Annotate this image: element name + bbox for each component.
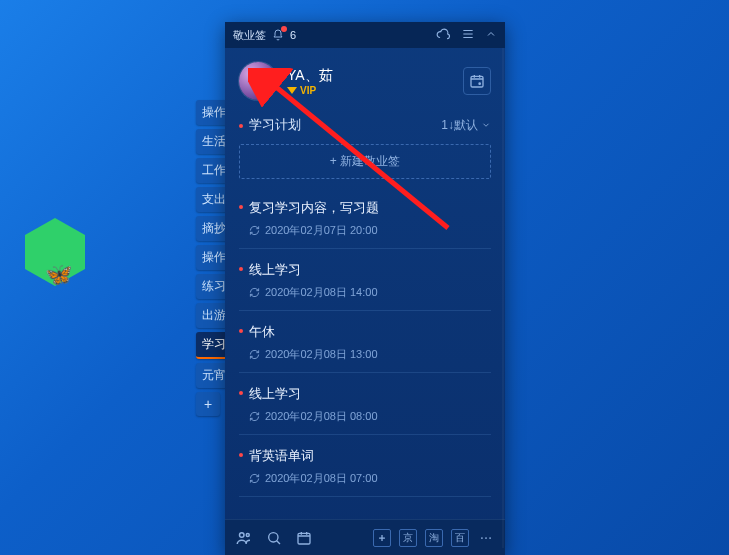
repeat-icon xyxy=(249,225,260,236)
chevron-down-icon xyxy=(481,120,491,130)
item-title: 背英语单词 xyxy=(239,447,491,465)
collapse-icon[interactable] xyxy=(485,28,497,42)
repeat-icon xyxy=(249,473,260,484)
sort-button[interactable]: 1↓默认 xyxy=(441,117,491,134)
section-header: 学习计划 1↓默认 xyxy=(225,106,505,140)
svg-rect-0 xyxy=(471,76,483,87)
more-icon[interactable] xyxy=(477,529,495,547)
list-item[interactable]: 复习学习内容，写习题2020年02月07日 20:00 xyxy=(239,187,491,249)
shortcut-box-2[interactable]: 淘 xyxy=(425,529,443,547)
sort-label: 1↓默认 xyxy=(441,117,478,134)
avatar[interactable] xyxy=(239,62,277,100)
list-item[interactable]: 背英语单词2020年02月08日 07:00 xyxy=(239,435,491,497)
item-title: 午休 xyxy=(239,323,491,341)
contacts-icon[interactable] xyxy=(235,529,253,547)
svg-point-4 xyxy=(269,532,278,541)
vip-label: VIP xyxy=(300,85,316,96)
item-title: 线上学习 xyxy=(239,261,491,279)
shortcut-box-3[interactable]: 百 xyxy=(451,529,469,547)
svg-point-2 xyxy=(240,532,245,537)
calendar-icon[interactable] xyxy=(295,529,313,547)
item-title: 线上学习 xyxy=(239,385,491,403)
svg-point-7 xyxy=(485,537,487,539)
footer-bar: 京 淘 百 xyxy=(225,519,505,555)
list-item[interactable]: 线上学习2020年02月08日 08:00 xyxy=(239,373,491,435)
section-title: 学习计划 xyxy=(239,116,301,134)
svg-point-1 xyxy=(479,83,480,84)
add-box-button[interactable] xyxy=(373,529,391,547)
svg-point-6 xyxy=(481,537,483,539)
badge-count: 6 xyxy=(290,29,296,41)
item-time: 2020年02月07日 20:00 xyxy=(239,223,491,238)
item-time: 2020年02月08日 13:00 xyxy=(239,347,491,362)
item-time: 2020年02月08日 14:00 xyxy=(239,285,491,300)
nickname: YA、茹 xyxy=(287,67,333,85)
svg-rect-5 xyxy=(298,533,310,544)
list-item[interactable]: 午休2020年02月08日 13:00 xyxy=(239,311,491,373)
repeat-icon xyxy=(249,287,260,298)
gem-icon xyxy=(287,87,297,94)
main-panel: 敬业签 6 xyxy=(225,22,505,555)
repeat-icon xyxy=(249,411,260,422)
side-tab-add[interactable]: + xyxy=(196,392,220,416)
list-item[interactable]: 线上学习2020年02月08日 14:00 xyxy=(239,249,491,311)
note-list: 复习学习内容，写习题2020年02月07日 20:00线上学习2020年02月0… xyxy=(225,187,505,519)
svg-point-8 xyxy=(489,537,491,539)
app-name: 敬业签 xyxy=(233,28,266,43)
search-icon[interactable] xyxy=(265,529,283,547)
desktop-decor-hexagon xyxy=(25,235,85,269)
vip-badge: VIP xyxy=(287,85,333,96)
svg-point-3 xyxy=(246,533,249,536)
shortcut-box-1[interactable]: 京 xyxy=(399,529,417,547)
titlebar: 敬业签 6 xyxy=(225,22,505,48)
calendar-button[interactable] xyxy=(463,67,491,95)
menu-icon[interactable] xyxy=(461,27,475,43)
cloud-sync-icon[interactable] xyxy=(435,27,451,43)
new-note-button[interactable]: + 新建敬业签 xyxy=(239,144,491,179)
profile-row: YA、茹 VIP xyxy=(225,48,505,106)
item-title: 复习学习内容，写习题 xyxy=(239,199,491,217)
item-time: 2020年02月08日 07:00 xyxy=(239,471,491,486)
item-time: 2020年02月08日 08:00 xyxy=(239,409,491,424)
bell-icon[interactable] xyxy=(272,29,284,41)
repeat-icon xyxy=(249,349,260,360)
